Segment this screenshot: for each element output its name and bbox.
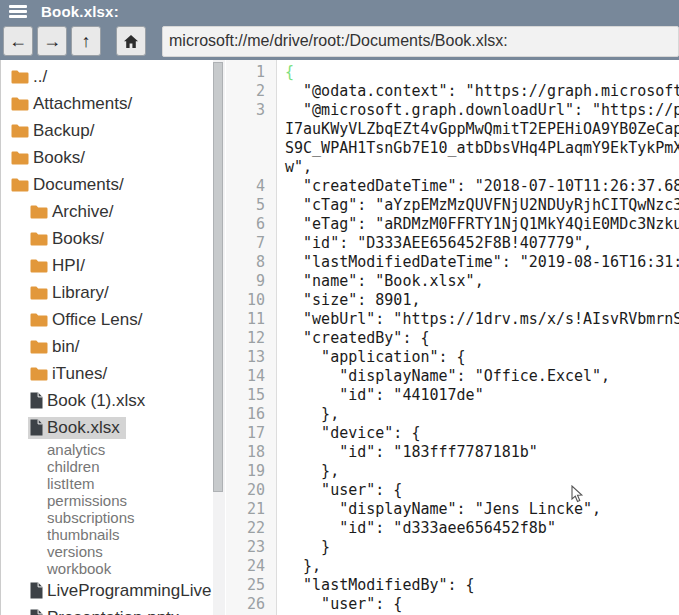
code-line[interactable]: "name": "Book.xlsx",: [285, 272, 679, 291]
code-line[interactable]: },: [285, 405, 679, 424]
tree-item-folder[interactable]: Office Lens/: [1, 306, 213, 333]
line-number: 24: [226, 557, 265, 576]
tree-item-folder[interactable]: iTunes/: [1, 360, 213, 387]
line-number: [226, 139, 265, 158]
menu-icon[interactable]: [9, 5, 27, 18]
line-number: 21: [226, 500, 265, 519]
tree-subitem-analytics[interactable]: analytics: [1, 441, 213, 458]
line-number-gutter: 1234567891011121314151617181920212223242…: [226, 60, 277, 615]
code-line[interactable]: }: [285, 538, 679, 557]
tree-item-folder[interactable]: Documents/: [1, 171, 213, 198]
tree-item-file[interactable]: Presentation.pptx: [1, 604, 213, 615]
code-line[interactable]: "id": "441017de": [285, 386, 679, 405]
line-number: 22: [226, 519, 265, 538]
address-bar-input[interactable]: [162, 26, 679, 57]
line-number: 16: [226, 405, 265, 424]
folder-icon: [30, 258, 48, 273]
code-line[interactable]: "application": {: [285, 348, 679, 367]
arrow-left-icon: ←: [9, 31, 27, 52]
code-line[interactable]: "createdBy": {: [285, 329, 679, 348]
tree-item-folder[interactable]: Attachments/: [1, 90, 213, 117]
nav-toolbar: ← → ↑: [0, 22, 679, 60]
code-line[interactable]: w",: [285, 158, 679, 177]
tree-item-folder[interactable]: Library/: [1, 279, 213, 306]
code-line[interactable]: "user": {: [285, 481, 679, 500]
sidebar-scrollbar-thumb[interactable]: [213, 62, 223, 492]
code-line[interactable]: "id": "d333aee656452f8b": [285, 519, 679, 538]
code-line[interactable]: },: [285, 462, 679, 481]
line-number: 1: [226, 63, 265, 82]
tree-item-label: Presentation.pptx: [47, 608, 179, 615]
folder-icon: [30, 339, 48, 354]
home-button[interactable]: [116, 26, 146, 56]
sidebar-scrollbar-track[interactable]: [213, 60, 225, 615]
file-icon: [30, 609, 43, 615]
json-editor: 1234567891011121314151617181920212223242…: [226, 60, 679, 615]
tree-item-file[interactable]: Book (1).xlsx: [1, 387, 213, 414]
code-line[interactable]: "id": "D333AEE656452F8B!407779",: [285, 234, 679, 253]
tree-item-label: Documents/: [33, 175, 124, 195]
folder-icon: [11, 177, 29, 192]
code-line[interactable]: {: [285, 63, 679, 82]
tree-item-folder[interactable]: Backup/: [1, 117, 213, 144]
code-line[interactable]: "user": {: [285, 595, 679, 614]
code-line[interactable]: "@microsoft.graph.downloadUrl": "https:/…: [285, 101, 679, 120]
tree-item-label: ../: [33, 67, 47, 87]
code-line[interactable]: },: [285, 557, 679, 576]
folder-icon: [30, 231, 48, 246]
code-line[interactable]: "displayName": "Office.Excel",: [285, 367, 679, 386]
code-line[interactable]: "createdDateTime": "2018-07-10T11:26:37.…: [285, 177, 679, 196]
forward-button[interactable]: →: [37, 26, 67, 56]
tree-subitem-children[interactable]: children: [1, 458, 213, 475]
code-line[interactable]: I7auKWyVLZbqEZt4vGppMwQmitT2EPEHiOA9YB0Z…: [285, 120, 679, 139]
line-number: 11: [226, 310, 265, 329]
line-number: 2: [226, 82, 265, 101]
folder-icon: [11, 123, 29, 138]
code-line[interactable]: "@odata.context": "https://graph.microso…: [285, 82, 679, 101]
line-number: [226, 120, 265, 139]
tree-subitem-versions[interactable]: versions: [1, 543, 213, 560]
code-line[interactable]: "lastModifiedBy": {: [285, 576, 679, 595]
code-line[interactable]: "lastModifiedDateTime": "2019-08-16T16:3…: [285, 253, 679, 272]
tree-item-label: Archive/: [52, 202, 113, 222]
back-button[interactable]: ←: [3, 26, 33, 56]
folder-icon: [11, 69, 29, 84]
tree-item-label: Office Lens/: [52, 310, 142, 330]
tree-subitem-subscriptions[interactable]: subscriptions: [1, 509, 213, 526]
tree-item-folder[interactable]: ../: [1, 63, 213, 90]
tree-subitem-workbook[interactable]: workbook: [1, 560, 213, 577]
line-number: 6: [226, 215, 265, 234]
title-bar: Book.xlsx:: [0, 0, 679, 22]
tree-item-folder[interactable]: HPI/: [1, 252, 213, 279]
file-icon: [30, 419, 43, 436]
line-number: 25: [226, 576, 265, 595]
code-line[interactable]: "webUrl": "https://1drv.ms/x/s!AIsvRVbmr…: [285, 310, 679, 329]
line-number: 18: [226, 443, 265, 462]
line-number: 20: [226, 481, 265, 500]
tree-item-file[interactable]: Book.xlsx: [1, 414, 213, 441]
line-number: 10: [226, 291, 265, 310]
arrow-up-icon: ↑: [82, 31, 91, 52]
tree-item-folder[interactable]: bin/: [1, 333, 213, 360]
code-line[interactable]: "size": 8901,: [285, 291, 679, 310]
line-number: 5: [226, 196, 265, 215]
tree-subitem-permissions[interactable]: permissions: [1, 492, 213, 509]
window-title: Book.xlsx:: [41, 3, 119, 20]
code-line[interactable]: "cTag": "aYzpEMzMzQUVFNjU2NDUyRjhCITQwNz…: [285, 196, 679, 215]
tree-item-file[interactable]: LiveProgrammingLive: [1, 577, 213, 604]
tree-item-folder[interactable]: Books/: [1, 225, 213, 252]
tree-subitem-thumbnails[interactable]: thumbnails: [1, 526, 213, 543]
code-line[interactable]: S9C_WPAH1TsnGb7E10_atbDbsVHq4PLaqmY9EkTy…: [285, 139, 679, 158]
tree-item-folder[interactable]: Books/: [1, 144, 213, 171]
code-line[interactable]: "eTag": "aRDMzM0FFRTY1NjQ1MkY4QiE0MDc3Nz…: [285, 215, 679, 234]
code-line[interactable]: "displayName": "Jens Lincke",: [285, 500, 679, 519]
tree-item-label: bin/: [52, 337, 79, 357]
tree-subitem-listItem[interactable]: listItem: [1, 475, 213, 492]
tree-item-folder[interactable]: Archive/: [1, 198, 213, 225]
code-area[interactable]: { "@odata.context": "https://graph.micro…: [277, 60, 679, 615]
up-button[interactable]: ↑: [71, 26, 101, 56]
code-line[interactable]: "device": {: [285, 424, 679, 443]
code-line[interactable]: "id": "183fff7787181b": [285, 443, 679, 462]
tree-item-label: Library/: [52, 283, 109, 303]
line-number: 3: [226, 101, 265, 120]
